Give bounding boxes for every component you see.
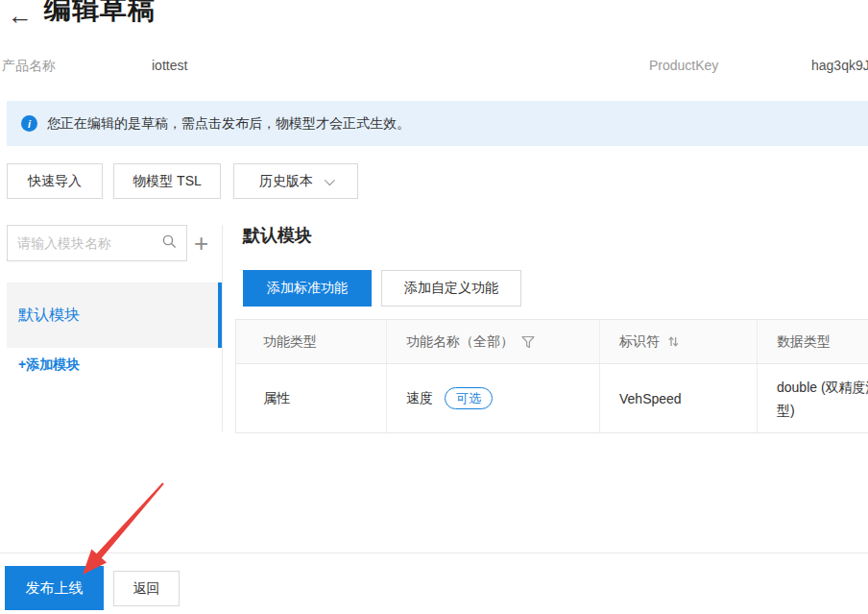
table-row: 属性 速度 可选 VehSpeed double (双精度浮点 型)	[236, 363, 868, 432]
module-section-title: 默认模块	[243, 224, 312, 247]
product-name-label: 产品名称	[2, 58, 56, 75]
draft-info-banner: i 您正在编辑的是草稿，需点击发布后，物模型才会正式生效。	[7, 101, 868, 146]
publish-button[interactable]: 发布上线	[5, 566, 104, 610]
cell-value: 属性	[263, 390, 290, 407]
sidebar-item-default-module[interactable]: 默认模块	[7, 282, 222, 348]
banner-text: 您正在编辑的是草稿，需点击发布后，物模型才会正式生效。	[47, 115, 410, 133]
cell-data-type: double (双精度浮点 型)	[758, 364, 868, 432]
header-label: 功能类型	[263, 333, 317, 351]
return-button[interactable]: 返回	[113, 571, 180, 606]
header-label: 数据类型	[777, 333, 831, 351]
cell-value: double (双精度浮点 型)	[777, 376, 868, 422]
footer-divider	[0, 553, 868, 553]
sort-icon[interactable]	[667, 335, 679, 348]
history-version-label: 历史版本	[259, 173, 313, 190]
sidebar-item-label: 默认模块	[18, 306, 80, 326]
header-data-type: 数据类型	[758, 320, 868, 363]
cell-function-name: 速度 可选	[387, 364, 600, 432]
chevron-down-icon	[325, 174, 335, 184]
header-identifier: 标识符	[600, 320, 758, 363]
add-module-plus-button[interactable]: +	[194, 229, 208, 258]
add-standard-function-button[interactable]: 添加标准功能	[243, 270, 372, 307]
filter-funnel-icon[interactable]	[521, 335, 535, 349]
header-function-name: 功能名称（全部）	[387, 320, 600, 363]
back-arrow-icon[interactable]: ←	[8, 0, 33, 31]
product-name-value: iottest	[152, 58, 187, 73]
page-title: 编辑草稿	[44, 0, 156, 28]
header-label: 功能名称（全部）	[406, 333, 514, 351]
header-function-type: 功能类型	[236, 320, 387, 363]
info-icon: i	[21, 115, 37, 132]
header-label: 标识符	[619, 333, 660, 351]
history-version-button[interactable]: 历史版本	[233, 163, 358, 199]
selected-module-indicator	[218, 282, 222, 348]
cell-function-type: 属性	[236, 364, 387, 432]
cell-identifier: VehSpeed	[600, 364, 758, 432]
add-custom-function-button[interactable]: 添加自定义功能	[381, 270, 521, 307]
tsl-button[interactable]: 物模型 TSL	[113, 163, 221, 199]
cell-value: 速度	[406, 390, 433, 407]
product-key-label: ProductKey	[649, 58, 718, 73]
quick-import-button[interactable]: 快速导入	[7, 163, 103, 199]
cell-value: VehSpeed	[619, 391, 682, 406]
module-search-box[interactable]	[7, 225, 187, 261]
table-header-row: 功能类型 功能名称（全部） 标识符 数据类型	[236, 320, 868, 363]
search-icon[interactable]	[162, 234, 177, 252]
sidebar-divider	[222, 225, 223, 431]
add-module-link[interactable]: +添加模块	[18, 356, 80, 374]
module-search-input[interactable]	[8, 235, 162, 251]
function-table: 功能类型 功能名称（全部） 标识符 数据类型 属性 速度 可选 VehSpeed	[235, 319, 868, 433]
product-key-value: hag3qk9J12	[811, 58, 868, 73]
optional-badge: 可选	[445, 387, 493, 409]
